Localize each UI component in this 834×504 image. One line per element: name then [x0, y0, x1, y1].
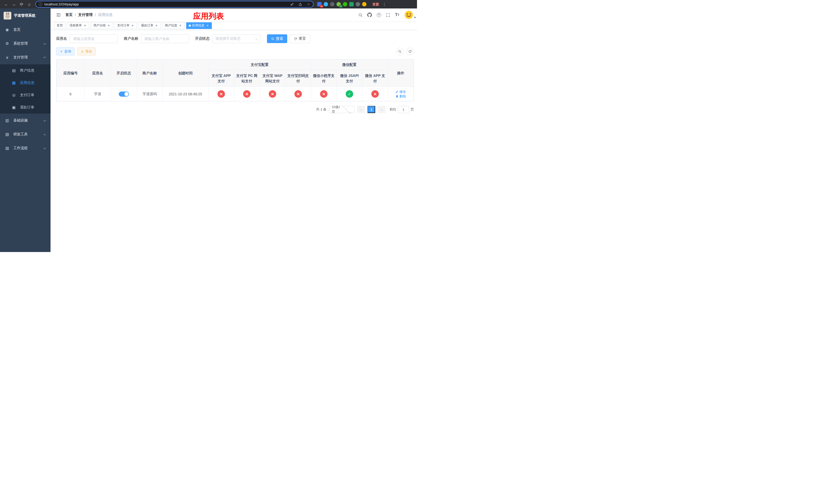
sidebar-item-infrastructure[interactable]: ▥ 基础设施: [0, 114, 50, 128]
delete-link[interactable]: 删除: [395, 94, 406, 99]
next-page-button[interactable]: ›: [378, 106, 386, 113]
app-table: 应用编号 应用名 开启状态 商户名称 创建时间 支付宝配置 微信配置 操作 支付…: [56, 59, 414, 101]
browser-update-button[interactable]: 更新: [370, 1, 381, 8]
search-form: 应用名 商户名称 开启状态 请选择开启状态 搜索 重置: [56, 35, 414, 43]
fullscreen-icon[interactable]: [384, 10, 392, 19]
extension-avatar-icon[interactable]: 1: [336, 2, 341, 6]
chevron-down-icon: [44, 147, 46, 149]
bookmark-star-icon[interactable]: ☆: [305, 2, 312, 7]
goto-suffix: 页: [411, 107, 414, 112]
address-bar[interactable]: i localhost:1024/pay/app ☆: [36, 1, 314, 8]
sidebar-item-merchant-info[interactable]: ▤ 商户信息: [0, 64, 50, 77]
extension-puzzle-icon[interactable]: 10: [317, 2, 322, 6]
active-dot-icon: [189, 25, 191, 27]
grid-icon: ▦: [12, 81, 16, 85]
page-content: 应用名 商户名称 开启状态 请选择开启状态 搜索 重置: [50, 30, 417, 252]
app-logo[interactable]: 芋道管理系统: [0, 8, 50, 23]
user-avatar[interactable]: [404, 10, 416, 19]
toggle-search-button[interactable]: [396, 48, 404, 55]
wx-mini-status-icon: [320, 90, 328, 98]
extension-dark-icon[interactable]: [330, 2, 334, 6]
page-1-button[interactable]: 1: [368, 106, 375, 113]
dashboard-icon: ◉: [5, 27, 9, 32]
sidebar-item-home[interactable]: ◉ 首页: [0, 23, 50, 37]
status-toggle[interactable]: [119, 92, 129, 97]
breadcrumb-current: 应用信息: [98, 13, 113, 17]
hamburger-icon[interactable]: [54, 10, 63, 19]
prev-page-button[interactable]: ‹: [357, 106, 365, 113]
edit-link[interactable]: 修改: [395, 90, 406, 94]
tab-app-info[interactable]: 应用信息 ×: [186, 22, 212, 29]
trash-icon: [395, 95, 398, 98]
reset-button[interactable]: 重置: [290, 35, 310, 43]
chevron-down-icon: [44, 133, 46, 135]
col-app-name: 应用名: [85, 60, 111, 87]
site-info-icon[interactable]: i: [39, 2, 42, 6]
tab-home[interactable]: 首页: [54, 22, 65, 29]
merchant-name-input[interactable]: [141, 35, 189, 43]
toolbox-icon: ▧: [5, 132, 9, 137]
url-text[interactable]: localhost:1024/pay/app: [44, 2, 287, 6]
share-icon[interactable]: [297, 2, 303, 7]
cell-actions: 修改 删除: [388, 87, 414, 101]
font-size-icon[interactable]: TT: [393, 10, 401, 19]
col-wx-jsapi: 微信 JSAPI 支付: [337, 70, 363, 87]
tab-pay-order[interactable]: 支付订单 ×: [115, 22, 137, 29]
pencil-icon: [395, 90, 398, 93]
status-label: 开启状态: [195, 37, 210, 41]
sidebar-item-system[interactable]: ⚙ 系统管理: [0, 37, 50, 50]
alipay-qr-status-icon: [294, 90, 302, 98]
app-name-input[interactable]: [69, 35, 118, 43]
close-icon[interactable]: ×: [155, 24, 158, 27]
gear-icon: ⚙: [5, 41, 9, 46]
sidebar-item-dev-tools[interactable]: ▧ 研发工具: [0, 128, 50, 141]
sidebar-item-label: 首页: [13, 27, 21, 32]
sidebar-item-app-info[interactable]: ▦ 应用信息: [0, 77, 50, 89]
chevron-up-icon: [44, 56, 46, 59]
close-icon[interactable]: ×: [178, 24, 182, 27]
sidebar-item-refund-order[interactable]: ▣ 退款订单: [0, 101, 50, 114]
status-select[interactable]: 请选择开启状态: [212, 35, 261, 43]
close-icon[interactable]: ×: [107, 24, 111, 27]
close-icon[interactable]: ×: [83, 24, 87, 27]
chevron-down-icon: [256, 37, 258, 40]
extension-face-icon[interactable]: [362, 2, 367, 6]
sidebar-item-payment[interactable]: ¥ 支付管理: [0, 50, 50, 64]
tab-merchant-info[interactable]: 商户信息 ×: [162, 22, 185, 29]
browser-home-icon[interactable]: ⌂: [26, 1, 33, 8]
col-wx-mini: 微信小程序支付: [311, 70, 337, 87]
search-icon[interactable]: [356, 10, 365, 19]
refresh-table-button[interactable]: [406, 48, 414, 55]
chevron-down-icon: [343, 105, 351, 113]
github-icon[interactable]: [366, 10, 374, 19]
password-key-icon[interactable]: [289, 2, 295, 7]
extension-toolbar: 10 1: [317, 2, 367, 6]
browser-back-icon[interactable]: ←: [3, 1, 10, 8]
workflow-icon: ▨: [5, 146, 9, 151]
yen-icon: ¥: [5, 55, 9, 60]
col-actions: 操作: [388, 60, 414, 87]
close-icon[interactable]: ×: [131, 24, 134, 27]
sidebar-item-workflow[interactable]: ▨ 工作流程: [0, 141, 50, 155]
extension-notes-icon[interactable]: [349, 2, 354, 6]
tab-process-form[interactable]: 流程表单 ×: [67, 22, 89, 29]
export-button[interactable]: 导出: [77, 47, 96, 55]
breadcrumb-home[interactable]: 首页: [65, 13, 72, 17]
goto-page-input[interactable]: [398, 106, 409, 113]
browser-menu-icon[interactable]: ⋮: [382, 2, 387, 7]
search-button[interactable]: 搜索: [267, 35, 287, 43]
sidebar-item-pay-order[interactable]: ◎ 支付订单: [0, 89, 50, 101]
sidebar-item-label: 基础设施: [13, 118, 28, 123]
page-size-select[interactable]: 10条/页: [329, 106, 355, 113]
tab-refund-order[interactable]: 退款订单 ×: [138, 22, 161, 29]
browser-reload-icon[interactable]: ⟳: [18, 1, 25, 8]
add-button[interactable]: 新增: [56, 47, 74, 55]
browser-forward-icon[interactable]: →: [10, 1, 18, 8]
extension-pin-icon[interactable]: [324, 2, 328, 6]
close-icon[interactable]: ×: [206, 24, 209, 27]
extension-wechat-icon[interactable]: [343, 2, 347, 6]
help-icon[interactable]: ?: [375, 10, 383, 19]
tab-user-group[interactable]: 用户分组 ×: [91, 22, 113, 29]
extension-puzzle-dark-icon[interactable]: [356, 2, 360, 6]
breadcrumb-payment[interactable]: 支付管理: [78, 13, 93, 17]
